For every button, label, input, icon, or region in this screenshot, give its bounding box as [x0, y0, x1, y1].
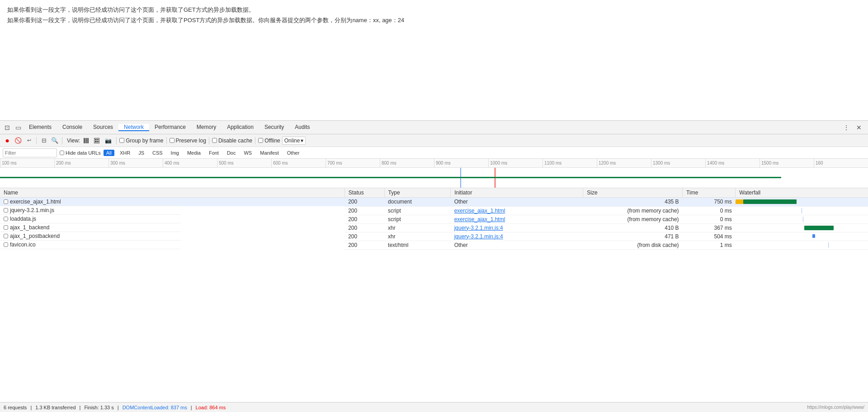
row-checkbox[interactable] [4, 199, 8, 204]
devtools-close-button[interactable]: ✕ [854, 122, 864, 133]
wf-tick [802, 208, 802, 213]
toolbar-separator-2 [62, 137, 62, 144]
tick-700ms: 700 ms [326, 159, 380, 167]
col-header-size[interactable]: Size [583, 188, 683, 198]
online-dropdown[interactable]: Online ▾ [282, 137, 306, 145]
record-button[interactable]: ● [3, 136, 12, 145]
dom-content-loaded[interactable]: DOMContentLoaded: 837 ms [123, 405, 187, 410]
group-by-frame-group: Group by frame [119, 137, 163, 144]
row-checkbox[interactable] [4, 242, 8, 247]
table-row[interactable]: favicon.ico200text/htmlOther(from disk c… [0, 241, 868, 249]
filter-type-css[interactable]: CSS [150, 150, 165, 156]
table-row[interactable]: loaddata.js200scriptexercise_ajax_1.html… [0, 215, 868, 223]
clear-button[interactable]: 🚫 [14, 136, 23, 145]
transferred-size: 1.3 KB transferred [35, 405, 75, 410]
filter-type-img[interactable]: Img [168, 150, 182, 156]
row-name-text: exercise_ajax_1.html [10, 199, 61, 205]
table-row[interactable]: jquery-3.2.1.min.js200scriptexercise_aja… [0, 206, 868, 215]
cell-status: 200 [344, 223, 384, 232]
network-table-body: exercise_ajax_1.html200documentOther435 … [0, 198, 868, 250]
wf-bar-orange [736, 199, 744, 204]
row-checkbox[interactable] [4, 225, 8, 230]
row-checkbox[interactable] [4, 234, 8, 238]
row-name-text: loaddata.js [10, 216, 36, 222]
load-time[interactable]: Load: 864 ms [196, 405, 226, 410]
row-checkbox[interactable] [4, 217, 8, 221]
col-header-status[interactable]: Status [344, 188, 384, 198]
cell-name: exercise_ajax_1.html [0, 198, 181, 206]
cell-type: xhr [384, 223, 451, 232]
view-large-button[interactable] [92, 137, 101, 144]
cell-status: 200 [344, 232, 384, 241]
filter-type-all[interactable]: All [104, 150, 114, 156]
disable-cache-checkbox[interactable] [212, 138, 217, 143]
separator-pipe-2: | [80, 405, 81, 410]
col-header-type[interactable]: Type [384, 188, 451, 198]
timeline-waterfall-area [0, 168, 868, 188]
cell-time: 0 ms [683, 206, 736, 215]
cell-initiator[interactable]: exercise_ajax_1.html [451, 206, 583, 215]
page-content: 如果你看到这一段文字，说明你已经成功访问了这个页面，并获取了GET方式的异步加载… [0, 0, 868, 412]
group-by-frame-checkbox[interactable] [119, 138, 124, 143]
toolbar-separator-6 [255, 137, 255, 144]
page-text-line-2: 如果你看到这一段文字，说明你已经成功访问了这个页面，并获取了POST方式的异步加… [7, 15, 861, 25]
toolbar-separator-5 [209, 137, 209, 144]
cell-type: document [384, 198, 451, 207]
tick-1500ms: 1500 ms [760, 159, 814, 167]
tab-application[interactable]: Application [222, 124, 259, 131]
cell-initiator[interactable]: exercise_ajax_1.html [451, 215, 583, 223]
table-row[interactable]: exercise_ajax_1.html200documentOther435 … [0, 198, 868, 207]
col-header-waterfall[interactable]: Waterfall [736, 188, 868, 198]
view-screenshot-button[interactable]: 📷 [103, 137, 113, 145]
offline-checkbox[interactable] [258, 138, 263, 143]
tab-memory[interactable]: Memory [191, 124, 222, 131]
tab-elements[interactable]: Elements [24, 124, 57, 131]
wf-bar-blue [812, 234, 815, 238]
filter-input[interactable] [3, 148, 57, 157]
network-table-container[interactable]: Name Status Type Initiator Size Time Wat… [0, 188, 868, 402]
table-row[interactable]: ajax_1_postbackend200xhrjquery-3.2.1.min… [0, 232, 868, 241]
row-checkbox[interactable] [4, 208, 8, 213]
preserve-log-checkbox[interactable] [170, 138, 175, 143]
cell-type: script [384, 206, 451, 215]
network-toolbar: ● 🚫 ↩ ⊟ 🔍 View: 📷 Group by frame [0, 134, 868, 147]
cell-type: xhr [384, 232, 451, 241]
filter-type-doc[interactable]: Doc [224, 150, 239, 156]
col-header-initiator[interactable]: Initiator [451, 188, 583, 198]
filter-type-xhr[interactable]: XHR [117, 150, 133, 156]
tick-200ms: 200 ms [54, 159, 108, 167]
col-header-name[interactable]: Name [0, 188, 344, 198]
tab-sources[interactable]: Sources [88, 124, 118, 131]
tick-1000ms: 1000 ms [488, 159, 542, 167]
cell-time: 1 ms [683, 241, 736, 249]
tab-audits[interactable]: Audits [289, 124, 315, 131]
cell-type: text/html [384, 241, 451, 249]
filter-type-other[interactable]: Other [284, 150, 302, 156]
devtools-select-icon[interactable]: ⊡ [2, 122, 13, 133]
col-header-time[interactable]: Time [683, 188, 736, 198]
cell-initiator: Other [451, 241, 583, 249]
cell-initiator[interactable]: jquery-3.2.1.min.js:4 [451, 232, 583, 241]
disable-cache-group: Disable cache [212, 137, 252, 144]
table-row[interactable]: ajax_1_backend200xhrjquery-3.2.1.min.js:… [0, 223, 868, 232]
devtools-more-button[interactable]: ⋮ [841, 122, 852, 133]
filter-type-ws[interactable]: WS [241, 150, 255, 156]
tab-performance[interactable]: Performance [149, 124, 191, 131]
cell-initiator[interactable]: jquery-3.2.1.min.js:4 [451, 223, 583, 232]
fetch-button[interactable]: ↩ [24, 136, 33, 145]
filter-type-js[interactable]: JS [136, 150, 147, 156]
tab-console[interactable]: Console [57, 124, 88, 131]
tab-network[interactable]: Network [118, 124, 149, 131]
filter-type-manifest[interactable]: Manifest [257, 150, 282, 156]
filter-button[interactable]: ⊟ [39, 136, 48, 145]
cell-type: script [384, 215, 451, 223]
filter-type-font[interactable]: Font [206, 150, 222, 156]
devtools-device-icon[interactable]: ▭ [13, 122, 24, 133]
hide-data-urls-checkbox[interactable] [60, 151, 64, 155]
filter-type-media[interactable]: Media [184, 150, 203, 156]
cell-time: 367 ms [683, 223, 736, 232]
view-list-button[interactable] [82, 137, 90, 144]
search-button[interactable]: 🔍 [50, 136, 59, 145]
tab-security[interactable]: Security [259, 124, 289, 131]
table-header-row: Name Status Type Initiator Size Time Wat… [0, 188, 868, 198]
